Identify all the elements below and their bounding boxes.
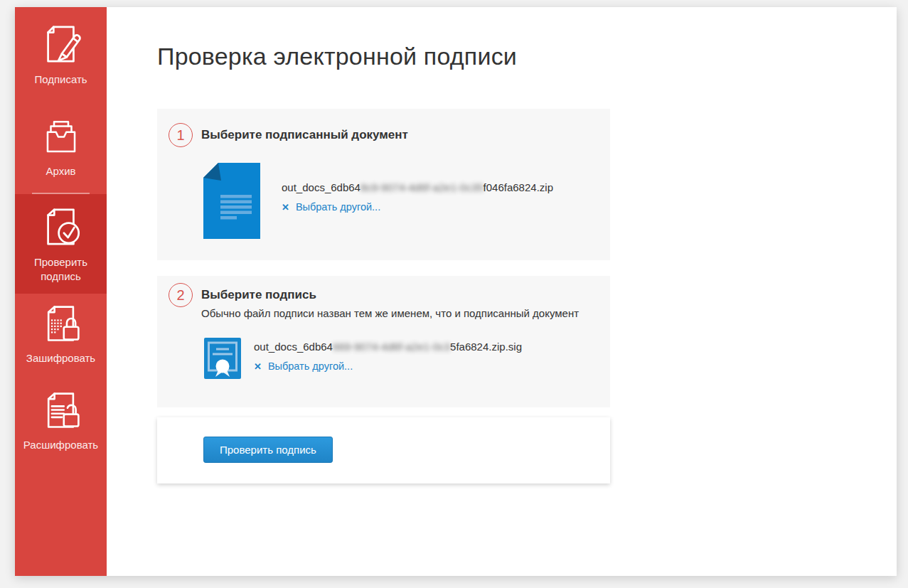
step1-number-badge: 1 bbox=[169, 123, 193, 147]
step1-file-row: out_docs_6db648c9-9074-4d6f-a2e1-0c35f04… bbox=[203, 163, 599, 239]
sidebar-item-label: Архив bbox=[40, 164, 81, 178]
step2-file-info: out_docs_6db64669-9074-4d6f-a2e1-0c35fa6… bbox=[254, 338, 522, 379]
step2-file-name: out_docs_6db64669-9074-4d6f-a2e1-0c35fa6… bbox=[254, 341, 522, 353]
step2-subtitle: Обычно файл подписи назван тем же именем… bbox=[201, 306, 579, 321]
sidebar-item-decrypt[interactable]: Расшифровать bbox=[15, 373, 107, 467]
action-card: Проверить подпись bbox=[157, 417, 610, 483]
step1-title: Выберите подписанный документ bbox=[201, 124, 408, 146]
verify-signature-icon bbox=[39, 205, 83, 249]
sidebar-item-label: Зашифровать bbox=[21, 351, 101, 365]
remove-icon[interactable]: ✕ bbox=[282, 202, 289, 213]
archive-icon bbox=[41, 117, 82, 158]
step2-header: 2 Выберите подпись Обычно файл подписи н… bbox=[169, 283, 599, 321]
sidebar-item-label: Подписать bbox=[28, 73, 92, 87]
verify-signature-button[interactable]: Проверить подпись bbox=[203, 437, 333, 463]
step1-card: 1 Выберите подписанный документ bbox=[157, 109, 610, 260]
sidebar-item-label: Расшифровать bbox=[18, 438, 104, 452]
step2-number-badge: 2 bbox=[169, 283, 193, 307]
sidebar-item-label: Проверить подпись bbox=[15, 255, 107, 284]
step2-choose-other-link[interactable]: ✕ Выбрать другой... bbox=[254, 360, 353, 372]
sidebar-item-encrypt[interactable]: Зашифровать bbox=[15, 294, 107, 373]
step1-choose-other-link[interactable]: ✕ Выбрать другой... bbox=[282, 201, 380, 213]
sidebar-item-sign[interactable]: Подписать bbox=[15, 7, 107, 101]
sidebar-item-archive[interactable]: Архив bbox=[15, 101, 107, 194]
encrypt-icon bbox=[40, 302, 82, 345]
app-window: Подписать Архив Проверить bbox=[15, 7, 897, 576]
step1-file-name: out_docs_6db648c9-9074-4d6f-a2e1-0c35f04… bbox=[282, 181, 553, 193]
sidebar: Подписать Архив Проверить bbox=[15, 7, 107, 576]
decrypt-icon bbox=[40, 389, 82, 432]
step2-card: 2 Выберите подпись Обычно файл подписи н… bbox=[157, 276, 610, 407]
step1-file-info: out_docs_6db648c9-9074-4d6f-a2e1-0c35f04… bbox=[282, 163, 553, 239]
step2-file-row: out_docs_6db64669-9074-4d6f-a2e1-0c35fa6… bbox=[204, 338, 599, 379]
sign-document-icon bbox=[39, 22, 83, 66]
step2-title: Выберите подпись bbox=[201, 284, 579, 306]
sidebar-filler bbox=[15, 467, 107, 576]
steps-container: 1 Выберите подписанный документ bbox=[157, 109, 610, 483]
choose-other-label[interactable]: Выбрать другой... bbox=[296, 201, 380, 213]
page-title: Проверка электронной подписи bbox=[157, 41, 897, 71]
sidebar-item-verify-signature[interactable]: Проверить подпись bbox=[15, 194, 107, 294]
choose-other-label[interactable]: Выбрать другой... bbox=[268, 360, 353, 372]
redacted-text: 8c9-9074-4d6f-a2e1-0c35 bbox=[360, 181, 484, 193]
redacted-text: 669-9074-4d6f-a2e1-0c3 bbox=[333, 341, 450, 353]
document-icon bbox=[203, 163, 260, 239]
certificate-icon bbox=[204, 338, 241, 379]
remove-icon[interactable]: ✕ bbox=[254, 361, 262, 372]
step1-header: 1 Выберите подписанный документ bbox=[169, 123, 599, 147]
main-content: Проверка электронной подписи 1 Выберите … bbox=[107, 7, 897, 576]
